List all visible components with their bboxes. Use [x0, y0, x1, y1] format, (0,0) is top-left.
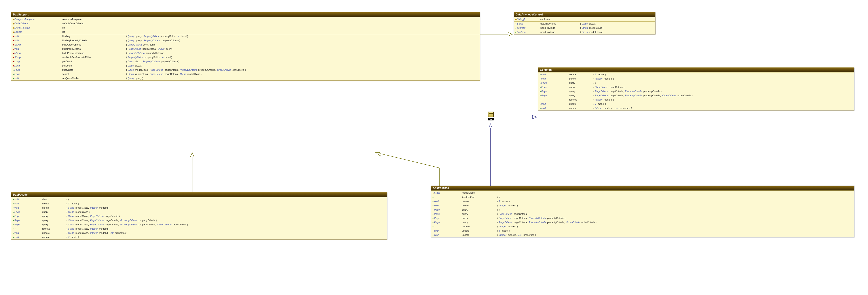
operation-row[interactable]: ●voiddelete( Integer modelId ) — [431, 204, 854, 208]
operation-row[interactable]: ●voiddelete( Class modelClass, Integer m… — [11, 206, 387, 210]
class-abstract-dao[interactable]: AbstractDao◆ClassmodelClass●AbstractDao(… — [431, 186, 854, 237]
operation-row[interactable]: ■StringbuildOrderCriteria( OrderCriteria… — [11, 42, 479, 47]
operation-row[interactable]: ●Pagequery( Class modelClass, PageCriter… — [11, 218, 387, 223]
visibility-icon: ● — [12, 231, 14, 235]
visibility-icon: ● — [12, 72, 14, 76]
operation-params: ( Class modelClass ) — [580, 30, 603, 34]
operation-row[interactable]: ●voidcreate( T model ) — [11, 202, 387, 206]
attribute-row[interactable]: ◆String[]excludes — [514, 17, 655, 22]
operation-name: delete — [462, 204, 497, 207]
operation-row[interactable]: ●StringgetEntityName( Class clazz ) — [514, 22, 655, 26]
attribute-name: defaultOrderCriteria — [62, 22, 84, 25]
operation-row[interactable]: ●booleanneedPrivilege( Class modelClass … — [514, 30, 655, 34]
return-type: void — [541, 102, 569, 106]
visibility-icon: ◆ — [432, 191, 434, 195]
return-type: Page — [434, 208, 462, 211]
operation-row[interactable]: ●PagequeryData( Class modelClass, PageCr… — [11, 68, 479, 72]
class-dao-support[interactable]: DaoSupport◆CompassTemplatecompassTemplat… — [11, 12, 480, 81]
operation-row[interactable]: ●voidcreate( T model ) — [538, 72, 854, 77]
attribute-row[interactable]: ◆OrderCriteriadefaultOrderCriteria — [11, 22, 479, 26]
operation-name: update — [569, 106, 593, 110]
svg-line-5 — [376, 152, 440, 168]
operation-row[interactable]: ●Tretrieve( Class modelClass, Integer mo… — [11, 227, 387, 231]
operation-row[interactable]: ●voidsetQueryCache( Query query ) — [11, 76, 479, 81]
visibility-icon: ● — [539, 94, 541, 97]
operation-params: ( T model ) — [66, 235, 79, 239]
visibility-icon: ● — [12, 206, 14, 210]
operation-name: buildPropertyCriteria — [62, 51, 126, 55]
operation-params: ( Query query ) — [126, 77, 143, 80]
operation-row[interactable]: ●Pagequery( PageCriteria pageCriteria ) — [431, 212, 854, 216]
return-type: String — [517, 22, 540, 25]
return-type: Page — [541, 81, 569, 85]
operation-params: ( T model ) — [66, 202, 79, 205]
operation-row[interactable]: ●Pagequery( PageCriteria pageCriteria, P… — [538, 93, 854, 98]
attribute-row[interactable]: ◆CompassTemplatecompassTemplate — [11, 17, 479, 22]
operation-row[interactable]: ●Pagequery( PageCriteria pageCriteria, P… — [431, 220, 854, 225]
return-type: void — [541, 106, 569, 110]
operation-name: create — [462, 200, 497, 203]
operation-name: query — [462, 212, 497, 216]
operation-row[interactable]: ●voidcreate( T model ) — [431, 199, 854, 204]
attribute-row[interactable]: ◆Loggerlog — [11, 30, 479, 34]
operation-params: ( ) — [66, 198, 69, 201]
operation-row[interactable]: ●Pagequery( Class modelClass ) — [11, 210, 387, 214]
visibility-icon: ■ — [12, 39, 14, 42]
operation-row[interactable]: ●Pagequery( ) — [431, 208, 854, 212]
operation-row[interactable]: ■voidbinding( Query query, PropertyEdito… — [11, 34, 479, 38]
operation-row[interactable]: ●Tretrieve( Integer modelId ) — [538, 98, 854, 102]
operation-row[interactable]: ●voidupdate( T model ) — [538, 102, 854, 106]
visibility-icon: ● — [432, 204, 434, 207]
attribute-row[interactable]: ◆ClassmodelClass — [431, 191, 854, 195]
operation-name: query — [462, 216, 497, 220]
operation-row[interactable]: ●voidupdate( Class modelClass, Integer m… — [11, 231, 387, 235]
attribute-row[interactable]: ◆EntityManagerem — [11, 26, 479, 30]
operation-row[interactable]: ●Pagequery( Class modelClass, PageCriter… — [11, 223, 387, 227]
operation-row[interactable]: ■voidbuildPageCriteria( PageCriteria pag… — [11, 47, 479, 51]
class-dao-facade[interactable]: DaoFacade●voidclear( )●voidcreate( T mod… — [11, 192, 387, 239]
operation-params: ( PageCriteria pageCriteria ) — [593, 85, 624, 89]
operation-row[interactable]: ●AbstractDao( ) — [431, 195, 854, 199]
operation-row[interactable]: ●Pagequery( Class modelClass, PageCriter… — [11, 214, 387, 218]
operation-row[interactable]: ●Pagequery( PageCriteria pageCriteria ) — [538, 85, 854, 89]
operation-row[interactable]: ■LonggetCount( Class clazz ) — [11, 64, 479, 68]
operation-row[interactable]: ●Pagequery( PageCriteria pageCriteria, P… — [431, 216, 854, 220]
operation-row[interactable]: ■voidbindingPropertyCriteria( Query quer… — [11, 38, 479, 42]
visibility-icon: ● — [432, 221, 434, 224]
operation-params: ( Integer modelId, List properties ) — [497, 233, 536, 237]
visibility-icon: ■ — [12, 47, 14, 51]
operation-row[interactable]: ●voidupdate( T model ) — [431, 229, 854, 233]
operation-params: ( Integer modelId ) — [593, 77, 614, 81]
operation-params: ( Class clazz, PropertyCriteria property… — [126, 60, 179, 63]
visibility-icon: ● — [432, 225, 434, 229]
return-type: Page — [14, 72, 62, 76]
operation-params: ( PropertyEditor propertyEditor, int lev… — [126, 56, 172, 59]
operation-row[interactable]: ●booleanneedPrivilege( String modelClass… — [514, 26, 655, 30]
operation-name: getCount — [62, 64, 126, 67]
operation-row[interactable]: ●voidupdate( Integer modelId, List prope… — [538, 106, 854, 110]
return-type: String — [14, 51, 62, 55]
operation-row[interactable]: ●voiddelete( Integer modelId ) — [538, 77, 854, 81]
class-common[interactable]: Common●voidcreate( T model )●voiddelete(… — [538, 67, 854, 111]
operation-params: ( T model ) — [497, 229, 510, 233]
visibility-icon: ◆ — [12, 30, 14, 34]
attribute-name: log — [62, 30, 65, 34]
operation-row[interactable]: ■StringbuildPropertyCriteria( PropertyCr… — [11, 51, 479, 55]
operation-row[interactable]: ■StringdealWithSubPropertyEditor( Proper… — [11, 55, 479, 59]
return-type: void — [541, 73, 569, 76]
operation-row[interactable]: ●voidupdate( Integer modelId, List prope… — [431, 233, 854, 237]
operation-row[interactable]: ■LonggetCount( Class clazz, PropertyCrit… — [11, 59, 479, 64]
attribute-type: Class — [434, 191, 462, 195]
operation-params: ( Class modelClass, PageCriteria pageCri… — [66, 214, 120, 218]
class-data-privilege-control[interactable]: DataPrivilegeControl◆String[]excludes●St… — [514, 12, 655, 34]
operation-row[interactable]: ●Pagequery( ) — [538, 81, 854, 85]
operation-params: ( String modelClass ) — [580, 26, 603, 30]
operation-params: ( Class modelClass, Integer modelId, Lis… — [66, 231, 127, 235]
operation-row[interactable]: ●voidupdate( T model ) — [11, 235, 387, 239]
visibility-icon: ■ — [12, 52, 14, 55]
operation-row[interactable]: ●Pagequery( PageCriteria pageCriteria, P… — [538, 89, 854, 93]
operation-row[interactable]: ●Pagesearch( String queryString, PageCri… — [11, 72, 479, 76]
operation-row[interactable]: ●voidclear( ) — [11, 197, 387, 202]
operation-row[interactable]: ●Tretrieve( Integer modelId ) — [431, 225, 854, 229]
operation-params: ( Class modelClass, PageCriteria pageCri… — [66, 223, 188, 226]
